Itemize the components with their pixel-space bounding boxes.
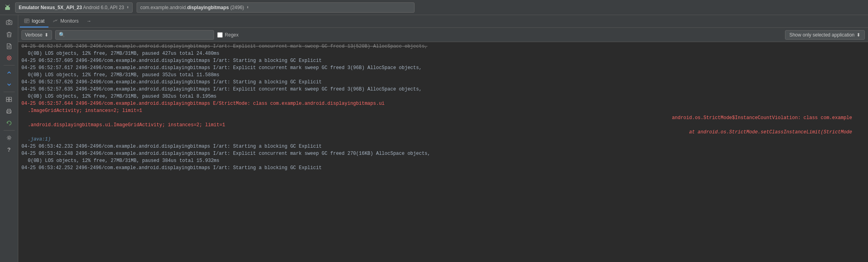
- tab-monitors[interactable]: Monitors: [48, 15, 83, 27]
- sidebar-divider-1: [4, 65, 15, 66]
- log-line-11: 04-25 06:53:42.252 2496-2496/com.example…: [18, 164, 868, 171]
- sidebar: ?: [0, 15, 18, 262]
- log-line-italic-1: .java:1): [18, 136, 868, 143]
- sidebar-divider-2: [4, 92, 15, 92]
- svg-rect-14: [9, 97, 12, 99]
- package-text: com.example.android.displayingbitmaps (2…: [140, 5, 244, 10]
- show-only-selector[interactable]: Show only selected application ⬍: [785, 30, 865, 40]
- device-text: Emulator Nexus_5X_API_23 Android 6.0, AP…: [19, 5, 124, 10]
- log-level-arrow: ⬍: [44, 32, 48, 38]
- device-selector[interactable]: Emulator Nexus_5X_API_23 Android 6.0, AP…: [15, 2, 133, 13]
- logcat-icon: [24, 18, 29, 24]
- svg-rect-16: [9, 100, 12, 102]
- toolbar: Verbose ⬍ 🔍 Regex Show only selected app…: [18, 28, 868, 42]
- sidebar-divider-3: [4, 130, 15, 131]
- log-line-2: 04-25 06:52:57.605 2496-2496/com.example…: [18, 57, 868, 64]
- log-line-1: 0(0B) LOS objects, 12% free, 27MB/31MB, …: [18, 50, 868, 57]
- log-level-label: Verbose: [25, 32, 42, 38]
- android-icon: [4, 4, 11, 11]
- log-line-5: 04-25 06:52:57.626 2496-2496/com.example…: [18, 79, 868, 86]
- tab-forward[interactable]: →: [83, 15, 95, 27]
- camera-button[interactable]: [3, 17, 15, 28]
- log-level-selector[interactable]: Verbose ⬍: [21, 30, 52, 40]
- refresh-button[interactable]: [3, 118, 15, 129]
- svg-rect-18: [8, 112, 10, 113]
- cancel-button[interactable]: [3, 52, 15, 64]
- package-dropdown-arrow: ⬍: [247, 5, 249, 10]
- regex-text: Regex: [225, 32, 239, 38]
- log-line-9: 04-25 06:53:42.248 2496-2496/com.example…: [18, 150, 868, 157]
- title-bar: Emulator Nexus_5X_API_23 Android 6.0, AP…: [0, 0, 868, 15]
- search-input[interactable]: [67, 32, 210, 38]
- help-button[interactable]: ?: [3, 144, 15, 155]
- regex-label[interactable]: Regex: [217, 32, 239, 38]
- svg-point-5: [8, 21, 10, 24]
- tab-forward-label: →: [87, 18, 91, 24]
- package-selector[interactable]: com.example.android.displayingbitmaps (2…: [137, 2, 415, 13]
- log-line-10: 0(0B) LOS objects, 12% free, 27MB/31MB, …: [18, 157, 868, 164]
- file-button[interactable]: [3, 40, 15, 52]
- log-line-6: 04-25 06:52:57.635 2496-2496/com.example…: [18, 86, 868, 93]
- trash-button[interactable]: [3, 29, 15, 40]
- log-line-error-3: android.os.StrictMode$InstanceCountViola…: [18, 114, 868, 121]
- log-line-error-4: .android.displayingbitmaps.ui.ImageGridA…: [18, 121, 868, 129]
- device-dropdown-arrow: ⬍: [127, 5, 129, 10]
- scroll-up-button[interactable]: [3, 67, 15, 78]
- log-line-3: 04-25 06:52:57.617 2496-2496/com.example…: [18, 64, 868, 71]
- log-line-8: 04-25 06:53:42.232 2496-2496/com.example…: [18, 143, 868, 150]
- main-container: ? logcat: [0, 15, 868, 262]
- tab-bar: logcat Monitors →: [18, 15, 868, 28]
- svg-rect-1: [6, 6, 9, 8]
- print-button[interactable]: [3, 106, 15, 117]
- regex-checkbox[interactable]: [217, 32, 223, 38]
- show-only-label: Show only selected application: [789, 32, 854, 38]
- filter-button[interactable]: [3, 94, 15, 105]
- log-line-error-1: 04-25 06:52:57.644 2496-2496/com.example…: [18, 100, 868, 107]
- search-icon: 🔍: [59, 32, 65, 38]
- log-line-4: 0(0B) LOS objects, 12% free, 27MB/31MB, …: [18, 71, 868, 79]
- scroll-down-button[interactable]: [3, 79, 15, 90]
- right-panel: logcat Monitors → Verbose ⬍ 🔍: [18, 15, 868, 262]
- svg-line-3: [9, 5, 10, 6]
- svg-line-2: [6, 5, 6, 6]
- log-content[interactable]: 04-25 06:52:57.605 2496-2496/com.example…: [18, 42, 868, 262]
- settings-button[interactable]: [3, 132, 15, 143]
- tab-logcat[interactable]: logcat: [20, 15, 48, 27]
- svg-rect-15: [6, 100, 9, 102]
- show-only-arrow: ⬍: [856, 32, 860, 38]
- tab-logcat-label: logcat: [32, 18, 44, 24]
- log-line-error-5: at android.os.StrictMode.setClassInstanc…: [18, 129, 868, 136]
- tab-monitors-label: Monitors: [60, 18, 79, 24]
- search-box[interactable]: 🔍: [55, 30, 214, 40]
- svg-rect-13: [6, 97, 9, 99]
- log-line-top: 04-25 06:52:57.605 2496-2496/com.example…: [18, 43, 868, 50]
- monitors-icon: [52, 18, 58, 24]
- log-line-7: 0(0B) LOS objects, 12% free, 27MB/31MB, …: [18, 93, 868, 100]
- svg-point-19: [8, 137, 10, 139]
- log-line-error-2: .ImageGridActivity; instances=2; limit=1: [18, 107, 868, 114]
- svg-rect-0: [5, 7, 10, 10]
